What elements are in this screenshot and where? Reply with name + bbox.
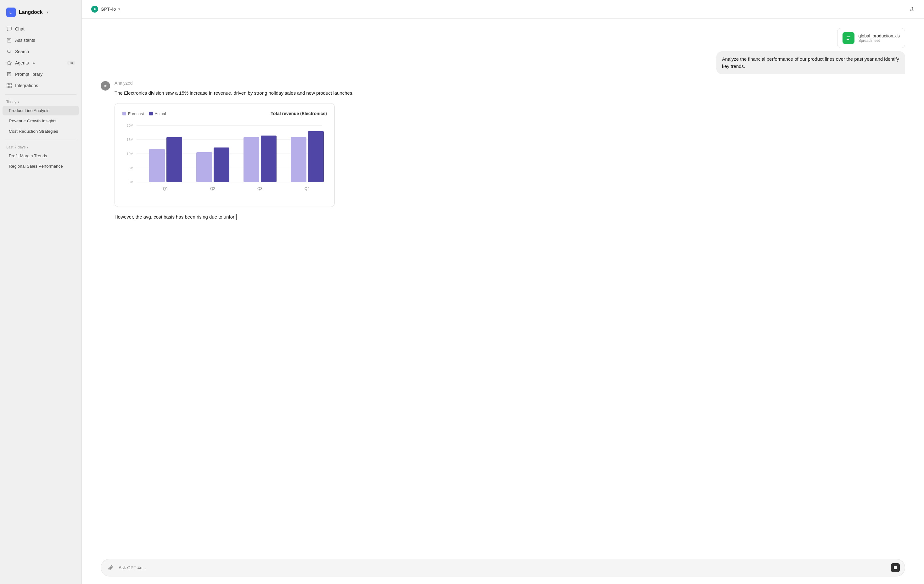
model-selector[interactable]: GPT-4o ▾ [88,4,123,14]
chart-container: Forecast Actual Total revenue (Electroni… [114,103,335,207]
svg-rect-27 [149,149,165,182]
header-actions [907,4,918,15]
svg-text:Q4: Q4 [305,186,310,191]
sidebar-item-chat[interactable]: Chat [3,23,79,35]
svg-rect-7 [7,86,8,88]
app-logo[interactable]: L Langdock ▾ [0,5,81,23]
last7-arrow-icon: ▾ [27,146,28,149]
sidebar-divider [5,94,76,95]
sidebar-nav: Chat Assistants Search Agents ▶ 10 [0,23,81,91]
svg-rect-31 [214,148,229,182]
actual-dot [149,112,153,115]
file-type: Spreadsheet [858,38,900,43]
svg-text:Q1: Q1 [163,186,168,191]
legend-actual-label: Actual [155,111,166,116]
assistant-avatar [101,81,110,90]
svg-rect-6 [10,83,12,85]
sidebar-integrations-label: Integrations [15,83,38,88]
text-cursor [236,214,237,220]
svg-rect-2 [7,38,12,43]
today-arrow-icon: ▾ [18,100,19,104]
file-icon [843,32,855,44]
sidebar-item-search[interactable]: Search [3,46,79,57]
svg-text:10M: 10M [127,152,134,156]
sidebar-item-agents[interactable]: Agents ▶ 10 [3,57,79,69]
app-name: Langdock [19,10,43,15]
history-item-revenue-growth[interactable]: Revenue Growth Insights [3,116,79,126]
history-item-cost-reduction[interactable]: Cost Reduction Strategies [3,127,79,136]
chart-header: Forecast Actual Total revenue (Electroni… [122,111,327,116]
svg-rect-33 [244,137,259,182]
sidebar-agents-label: Agents [15,60,29,66]
svg-rect-13 [846,38,850,38]
today-section-header: Today ▾ [0,98,81,105]
svg-rect-37 [308,131,324,182]
legend-forecast: Forecast [122,111,144,116]
svg-rect-5 [7,83,8,85]
svg-rect-14 [846,39,849,39]
input-area [82,554,924,584]
history-item-regional-sales[interactable]: Regional Sales Performance [3,161,79,171]
svg-text:0M: 0M [129,180,134,184]
svg-text:5M: 5M [129,166,134,170]
assistant-text: The Electronics division saw a 15% incre… [114,89,905,97]
sidebar-prompt-label: Prompt library [15,72,43,77]
assistant-message: Analyzed The Electronics division saw a … [101,81,905,221]
legend-forecast-label: Forecast [128,111,144,116]
svg-rect-30 [196,152,212,182]
chat-input[interactable] [119,565,888,570]
sidebar-search-label: Search [15,49,29,54]
sidebar: L Langdock ▾ Chat Assistants [0,0,82,584]
share-button[interactable] [907,4,918,15]
sidebar-assistants-label: Assistants [15,38,35,43]
svg-text:Q3: Q3 [257,186,262,191]
agents-badge: 10 [67,61,75,65]
forecast-dot [122,112,126,115]
analyzed-label: Analyzed [114,81,905,86]
svg-marker-4 [7,61,12,65]
sidebar-divider-2 [5,140,76,140]
file-name: global_production.xls [858,33,900,38]
input-box [101,559,905,576]
svg-text:20M: 20M [127,123,134,127]
sidebar-item-assistants[interactable]: Assistants [3,35,79,46]
history-item-profit-margin[interactable]: Profit Margin Trends [3,151,79,161]
model-chevron-icon: ▾ [118,7,120,12]
history-item-product-line[interactable]: Product Line Analysis [3,106,79,115]
sidebar-chat-label: Chat [15,26,25,31]
user-message-bubble: Analyze the financial performance of our… [716,51,905,74]
svg-text:15M: 15M [127,138,134,141]
sidebar-item-prompt-library[interactable]: Prompt library [3,69,79,80]
chart-legend: Forecast Actual [122,111,166,116]
stop-icon [894,566,897,569]
svg-rect-12 [846,36,850,37]
assistant-content: Analyzed The Electronics division saw a … [114,81,905,221]
svg-rect-34 [261,135,277,182]
file-info: global_production.xls Spreadsheet [858,33,900,43]
user-message-container: global_production.xls Spreadsheet Analyz… [101,28,905,74]
svg-text:L: L [10,10,12,14]
svg-text:Q2: Q2 [210,186,215,191]
stop-button[interactable] [891,563,900,572]
model-icon [91,6,98,13]
logo-icon: L [6,8,16,17]
sidebar-item-integrations[interactable]: Integrations [3,80,79,91]
svg-rect-36 [291,137,307,182]
logo-chevron-icon: ▾ [46,10,48,15]
bottom-text: However, the avg. cost basis has been ri… [114,213,905,221]
svg-rect-8 [10,86,12,88]
svg-point-10 [94,9,95,10]
model-name: GPT-4o [101,7,116,12]
svg-point-16 [105,86,106,87]
chart-svg: 20M 15M 10M 5M 0M [122,122,327,199]
agents-arrow-icon: ▶ [33,61,35,65]
legend-actual: Actual [149,111,166,116]
file-attachment: global_production.xls Spreadsheet [837,28,905,48]
svg-rect-28 [167,137,182,182]
main-content: GPT-4o ▾ [82,0,924,584]
attach-button[interactable] [106,563,116,572]
last7-section-header: Last 7 days ▾ [0,143,81,151]
chat-messages: global_production.xls Spreadsheet Analyz… [82,18,924,554]
chat-header: GPT-4o ▾ [82,0,924,18]
chart-title: Total revenue (Electronics) [271,111,327,116]
